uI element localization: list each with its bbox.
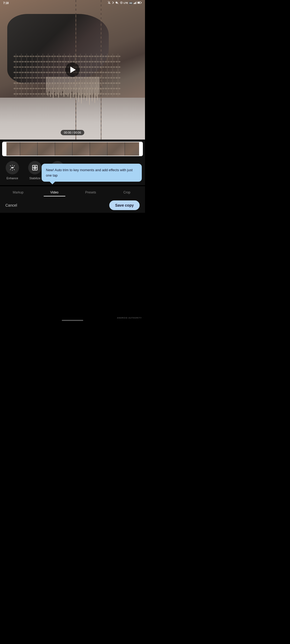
cancel-button[interactable]: Cancel <box>5 203 17 207</box>
save-button[interactable]: Save copy <box>109 200 140 210</box>
stabilize-label: Stabilize <box>29 177 41 180</box>
video-area[interactable]: 00:00 / 00:06 <box>0 0 145 140</box>
trim-bar[interactable] <box>2 142 143 156</box>
video-label: Video <box>50 191 58 194</box>
svg-rect-18 <box>34 166 36 169</box>
svg-rect-7 <box>135 2 136 4</box>
svg-rect-6 <box>135 3 135 4</box>
tab-markup[interactable]: Markup <box>0 188 36 196</box>
enhance-icon <box>9 164 16 171</box>
markup-label: Markup <box>13 191 23 194</box>
trim-handle-left[interactable] <box>3 142 6 156</box>
filmstrip-frame <box>55 142 73 156</box>
macrame-weave <box>5 54 129 97</box>
svg-rect-8 <box>136 2 137 4</box>
filmstrip <box>3 142 142 156</box>
kbs-icon: 0 kB/s <box>108 0 114 6</box>
svg-rect-11 <box>138 2 140 3</box>
presets-label: Presets <box>85 191 96 194</box>
status-time: 7:18 <box>3 2 9 5</box>
tool-enhance[interactable]: Enhance <box>4 161 20 180</box>
lte-label: LTE <box>124 2 128 4</box>
tooltip-bubble: New! Auto trim to key moments and add ef… <box>42 164 142 182</box>
svg-point-4 <box>121 2 122 3</box>
timestamp-badge: 00:00 / 00:06 <box>61 130 84 135</box>
svg-rect-16 <box>13 54 121 97</box>
enhance-icon-circle <box>6 161 19 174</box>
play-icon <box>70 67 76 73</box>
stabilize-icon <box>32 164 38 171</box>
home-indicator <box>62 320 83 321</box>
filmstrip-frame <box>38 142 55 156</box>
watermark: ANDROID AUTHORITY <box>117 317 142 319</box>
filmstrip-frame <box>73 142 90 156</box>
play-button[interactable] <box>65 63 80 77</box>
battery-icon <box>137 1 142 5</box>
tab-presets[interactable]: Presets <box>73 188 109 196</box>
trim-section <box>0 140 145 158</box>
signal-icon <box>133 1 137 5</box>
tool-stabilize[interactable]: Stabilize <box>27 161 43 180</box>
stabilize-icon-circle <box>28 161 42 174</box>
trim-playhead <box>6 142 6 156</box>
location-icon <box>120 1 123 5</box>
mute-icon <box>115 1 119 5</box>
svg-rect-5 <box>134 3 134 4</box>
status-icons: 0 kB/s LTE HD <box>108 0 142 6</box>
hd-badge: HD <box>129 2 133 4</box>
tab-crop[interactable]: Crop <box>109 188 145 196</box>
bottom-tabs: Markup Video Presets Crop <box>0 186 145 198</box>
tooltip-text: New! Auto trim to key moments and add ef… <box>46 168 133 177</box>
filmstrip-frame <box>107 142 125 156</box>
filmstrip-frame <box>90 142 107 156</box>
enhance-label: Enhance <box>6 177 18 180</box>
tab-video[interactable]: Video <box>36 188 73 196</box>
filmstrip-frame <box>20 142 38 156</box>
svg-rect-10 <box>141 2 142 3</box>
action-bar: Cancel Save copy <box>0 198 145 213</box>
crop-label: Crop <box>123 191 130 194</box>
status-bar: 7:18 0 kB/s LTE HD <box>0 0 145 6</box>
trim-handle-right[interactable] <box>139 142 142 156</box>
